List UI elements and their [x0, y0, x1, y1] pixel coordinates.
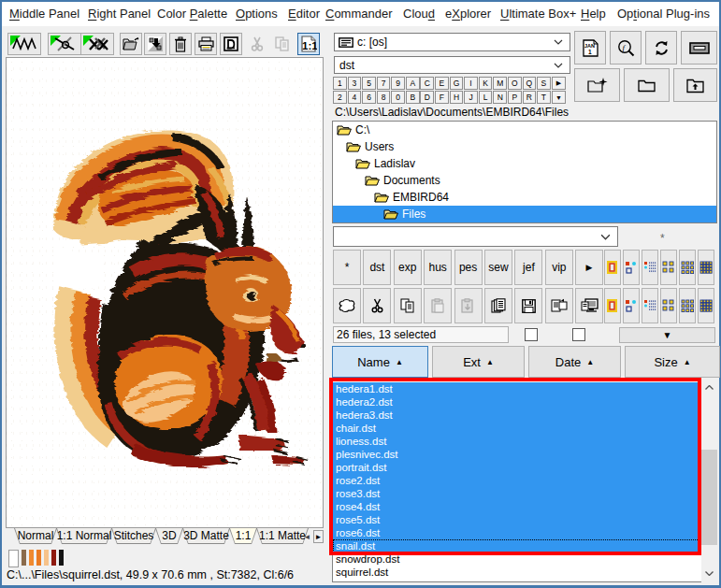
jump-key[interactable]: H — [450, 91, 464, 104]
palette-color-bar[interactable] — [22, 550, 26, 566]
jump-key[interactable]: B — [406, 91, 420, 104]
sort-header-name[interactable]: Name▲ — [332, 346, 428, 378]
jump-key[interactable]: A — [406, 77, 420, 90]
file-row-lioness-dst[interactable]: lioness.dst — [333, 435, 701, 448]
delete-button[interactable] — [169, 33, 192, 55]
jump-key[interactable]: 2 — [333, 91, 347, 104]
jump-key[interactable]: 6 — [362, 91, 376, 104]
jump-key[interactable]: R — [523, 91, 537, 104]
refresh-button[interactable] — [645, 31, 677, 65]
scroll-down-button[interactable] — [701, 565, 717, 582]
jump-key[interactable]: 0 — [391, 91, 405, 104]
jump-keys-more-button[interactable]: ▼ — [552, 91, 566, 104]
tree-item-embird64[interactable]: EMBIRD64 — [333, 189, 716, 206]
folder-button[interactable] — [624, 68, 670, 102]
jump-key[interactable]: 7 — [377, 77, 391, 90]
print-button[interactable] — [195, 33, 217, 55]
filter-combobox[interactable]: dst — [334, 56, 570, 74]
jump-key[interactable]: 9 — [391, 77, 405, 90]
send-design-button[interactable] — [144, 33, 166, 55]
jump-key[interactable]: M — [493, 77, 507, 90]
menu-commander[interactable]: Commander — [325, 7, 393, 21]
file-row-rose6-dst[interactable]: rose6.dst — [333, 526, 701, 539]
mask-star-label[interactable]: * — [660, 232, 665, 245]
view-grid-4-button[interactable] — [698, 288, 714, 323]
scrollbar-thumb[interactable] — [701, 450, 717, 545]
menu-editor[interactable]: Editor — [288, 7, 320, 21]
file-row-rose3-dst[interactable]: rose3.dst — [333, 487, 701, 500]
view-single-button[interactable] — [604, 288, 621, 323]
menu-optional-plug-ins[interactable]: Optional Plug-ins — [617, 7, 710, 21]
menu-ultimate-box-[interactable]: Ultimate Box+ — [500, 7, 576, 21]
jump-key[interactable]: 3 — [348, 77, 362, 90]
cross-stitch-button[interactable] — [80, 33, 114, 55]
selection-dropdown-button[interactable]: ▼ — [619, 327, 715, 343]
menu-color-palette[interactable]: Color Palette — [157, 7, 227, 21]
mask-combobox[interactable] — [333, 226, 618, 247]
folder-tree[interactable]: C:\UsersLadislavDocumentsEMBIRD64Files — [332, 121, 717, 223]
filetype-button-exp[interactable]: exp — [394, 250, 422, 285]
send-pc-button[interactable] — [575, 288, 603, 323]
jump-key[interactable]: F — [435, 91, 449, 104]
jump-key[interactable]: K — [479, 77, 493, 90]
view-list-button[interactable] — [642, 250, 658, 285]
file-list[interactable]: hedera1.dsthedera2.dsthedera3.dstchair.d… — [332, 379, 701, 582]
view-tab-11[interactable]: 1:1 — [229, 528, 257, 544]
jump-key[interactable]: J — [464, 91, 478, 104]
jump-key[interactable]: 8 — [377, 91, 391, 104]
view-grid-3-button[interactable] — [679, 250, 696, 285]
embird-editor-button[interactable] — [7, 33, 41, 55]
tree-item-documents[interactable]: Documents — [333, 172, 716, 189]
scroll-up-button[interactable] — [701, 379, 717, 396]
jump-key[interactable]: G — [450, 77, 464, 90]
jump-key[interactable]: I — [464, 77, 478, 90]
embird-studio-button[interactable] — [48, 33, 81, 55]
jump-key[interactable]: S — [537, 77, 551, 90]
jump-keys-next-button[interactable]: ▶ — [552, 77, 566, 90]
view-single-button[interactable] — [604, 250, 621, 285]
jump-key[interactable]: 1 — [333, 77, 347, 90]
view-grid-3-button[interactable] — [679, 288, 696, 323]
chevron-down-icon[interactable] — [600, 234, 611, 240]
sort-header-date[interactable]: Date▲ — [528, 346, 621, 378]
menu-explorer[interactable]: eXplorer — [445, 7, 491, 21]
palette-color-bar[interactable] — [59, 550, 64, 566]
palette-color-bar[interactable] — [29, 550, 34, 566]
filetype-button-pes[interactable]: pes — [454, 250, 483, 285]
file-row-rose5-dst[interactable]: rose5.dst — [333, 513, 701, 526]
jump-key[interactable]: N — [493, 91, 507, 104]
copy-button[interactable] — [394, 288, 422, 323]
filetype-button-vip[interactable]: vip — [545, 250, 573, 285]
cut-button[interactable] — [363, 288, 391, 323]
menu-cloud[interactable]: Cloud — [403, 7, 435, 21]
tree-item-users[interactable]: Users — [333, 138, 716, 155]
save-button[interactable] — [514, 288, 542, 323]
view-tab-normal[interactable]: Normal — [14, 528, 57, 544]
file-row-hedera2-dst[interactable]: hedera2.dst — [333, 395, 701, 409]
view-tab-11matte[interactable]: 1:1 Matte — [256, 528, 309, 544]
file-row-portrait-dst[interactable]: portrait.dst — [333, 461, 701, 474]
chevron-down-icon[interactable] — [554, 63, 563, 68]
view-grid-2-button[interactable] — [660, 288, 677, 323]
select-checkbox-1[interactable] — [525, 328, 538, 341]
file-row-squirrel-dst[interactable]: squirrel.dst — [333, 566, 701, 579]
palette-background-swatch[interactable] — [8, 550, 19, 567]
view-tab-3dmatte[interactable]: 3D Matte — [182, 528, 230, 544]
palette-color-bar[interactable] — [51, 550, 56, 566]
view-tab-stitches[interactable]: Stitches — [111, 528, 156, 544]
sew-machine-button[interactable] — [220, 33, 242, 55]
new-folder-button[interactable] — [574, 68, 620, 102]
menu-middle-panel[interactable]: Middle Panel — [9, 7, 79, 21]
jump-key[interactable]: O — [508, 77, 522, 90]
jump-key[interactable]: D — [420, 91, 434, 104]
tree-item-c[interactable]: C:\ — [333, 122, 716, 138]
select-checkbox-2[interactable] — [572, 328, 585, 341]
tab-scroll-right-button[interactable]: ► — [313, 530, 324, 543]
menu-options[interactable]: Options — [236, 7, 278, 21]
jump-key[interactable]: C — [420, 77, 434, 90]
chevron-down-icon[interactable] — [554, 39, 563, 45]
palette-color-bar[interactable] — [44, 550, 49, 566]
shape-button[interactable] — [333, 288, 361, 323]
filetype-button-sew[interactable]: sew — [484, 250, 512, 285]
zoom-one-to-one-toggle[interactable]: 1:1 — [297, 33, 320, 55]
